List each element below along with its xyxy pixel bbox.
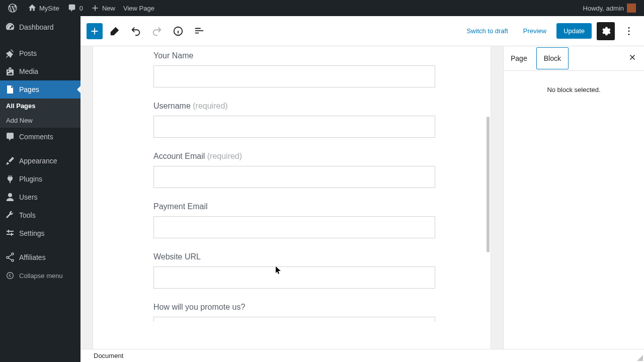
- add-block-button[interactable]: [87, 23, 103, 39]
- menu-plugins[interactable]: Plugins: [0, 170, 80, 188]
- form-text-input[interactable]: [153, 266, 435, 289]
- form-field: Username (required): [153, 102, 435, 138]
- form-text-input[interactable]: [153, 65, 435, 87]
- form-text-input[interactable]: [153, 317, 435, 322]
- comments-menu[interactable]: 0: [63, 0, 87, 16]
- form-field: How will you promote us?: [153, 303, 435, 322]
- redo-button[interactable]: [148, 22, 166, 40]
- menu-posts[interactable]: Posts: [0, 44, 80, 62]
- wordpress-icon: [8, 4, 17, 13]
- update-button[interactable]: Update: [556, 23, 592, 39]
- menu-appearance[interactable]: Appearance: [0, 152, 80, 170]
- new-label: New: [102, 5, 115, 12]
- menu-label: Comments: [19, 133, 53, 141]
- tools-edit-button[interactable]: [106, 22, 124, 40]
- submenu-all-pages[interactable]: All Pages: [0, 99, 80, 113]
- comment-icon: [67, 4, 76, 13]
- form-field: Payment Email: [153, 202, 435, 238]
- form-field-label: How will you promote us?: [153, 303, 435, 312]
- comments-count: 0: [79, 5, 83, 12]
- form-field: Website URL: [153, 252, 435, 289]
- svg-point-0: [7, 273, 14, 279]
- pages-icon: [5, 84, 15, 95]
- form-field-label: Your Name: [153, 51, 435, 60]
- form-text-input[interactable]: [153, 166, 435, 188]
- outline-button[interactable]: [190, 22, 208, 40]
- editor-canvas[interactable]: Your NameUsername (required)Account Emai…: [93, 46, 491, 349]
- form-text-input[interactable]: [153, 216, 435, 238]
- undo-button[interactable]: [127, 22, 145, 40]
- menu-label: Pages: [19, 85, 39, 94]
- editor-footer: Document: [80, 349, 644, 362]
- form-field-label: Payment Email: [153, 202, 435, 211]
- menu-label: Media: [19, 67, 38, 75]
- menu-settings[interactable]: Settings: [0, 224, 80, 242]
- tab-page[interactable]: Page: [504, 48, 534, 69]
- avatar: [627, 4, 636, 13]
- details-button[interactable]: [169, 22, 187, 40]
- collapse-icon: [5, 270, 15, 281]
- view-page-link[interactable]: View Page: [119, 0, 158, 16]
- menu-affiliates[interactable]: Affiliates: [0, 248, 80, 266]
- admin-bar: MySite 0 New View Page Howdy, admin: [0, 0, 644, 16]
- submenu-pages: All Pages Add New: [0, 99, 80, 128]
- site-name-menu[interactable]: MySite: [24, 0, 63, 16]
- new-content-menu[interactable]: New: [87, 0, 119, 16]
- plus-icon: [91, 4, 99, 12]
- menu-label: Plugins: [19, 175, 42, 183]
- wrench-icon: [5, 210, 15, 220]
- editor-toolbar: Switch to draft Preview Update: [80, 16, 644, 46]
- resize-grip-icon: [636, 354, 643, 361]
- wp-logo-menu[interactable]: [4, 0, 24, 16]
- submenu-add-new[interactable]: Add New: [0, 113, 80, 128]
- menu-pages[interactable]: Pages: [0, 80, 80, 99]
- tab-block[interactable]: Block: [536, 47, 569, 69]
- settings-toggle-button[interactable]: [597, 22, 615, 40]
- form-field-label: Website URL: [153, 252, 435, 261]
- sliders-icon: [5, 228, 15, 238]
- form-field-label: Account Email (required): [153, 152, 435, 161]
- menu-media[interactable]: Media: [0, 62, 80, 80]
- home-icon: [28, 4, 36, 12]
- settings-sidebar: Page Block No block selected.: [503, 46, 644, 349]
- form-text-input[interactable]: [153, 116, 435, 138]
- close-sidebar-button[interactable]: [621, 53, 644, 64]
- switch-to-draft-button[interactable]: Switch to draft: [461, 24, 513, 38]
- form-field: Account Email (required): [153, 152, 435, 188]
- preview-button[interactable]: Preview: [518, 24, 551, 38]
- user-icon: [5, 192, 15, 202]
- no-block-message: No block selected.: [504, 70, 644, 109]
- menu-comments[interactable]: Comments: [0, 128, 80, 146]
- menu-label: Affiliates: [19, 253, 46, 261]
- menu-dashboard[interactable]: Dashboard: [0, 16, 80, 38]
- svg-point-4: [628, 33, 630, 35]
- breadcrumb[interactable]: Document: [94, 352, 123, 359]
- plug-icon: [5, 174, 15, 184]
- svg-point-3: [628, 30, 630, 32]
- menu-label: Dashboard: [19, 23, 54, 31]
- view-page-label: View Page: [123, 5, 154, 12]
- menu-tools[interactable]: Tools: [0, 206, 80, 224]
- editor-canvas-region: Your NameUsername (required)Account Emai…: [80, 46, 503, 349]
- dashboard-icon: [5, 22, 15, 32]
- account-menu[interactable]: Howdy, admin: [579, 0, 640, 16]
- collapse-menu[interactable]: Collapse menu: [0, 266, 80, 285]
- media-icon: [5, 66, 15, 76]
- options-menu-button[interactable]: [620, 22, 638, 40]
- menu-label: Settings: [19, 229, 45, 237]
- brush-icon: [5, 156, 15, 166]
- menu-label: Tools: [19, 211, 36, 219]
- form-field-label: Username (required): [153, 102, 435, 111]
- menu-users[interactable]: Users: [0, 188, 80, 206]
- menu-label: Posts: [19, 49, 37, 57]
- scrollbar-thumb[interactable]: [487, 117, 490, 252]
- menu-label: Appearance: [19, 157, 57, 165]
- editor: Switch to draft Preview Update Your Name…: [80, 16, 644, 362]
- svg-point-2: [628, 27, 630, 29]
- pin-icon: [5, 48, 15, 58]
- admin-side-menu: Dashboard Posts Media Pages All Pages Ad…: [0, 16, 80, 362]
- form-field: Your Name: [153, 51, 435, 87]
- menu-label: Users: [19, 193, 38, 201]
- howdy-text: Howdy, admin: [583, 5, 624, 12]
- share-icon: [5, 252, 15, 262]
